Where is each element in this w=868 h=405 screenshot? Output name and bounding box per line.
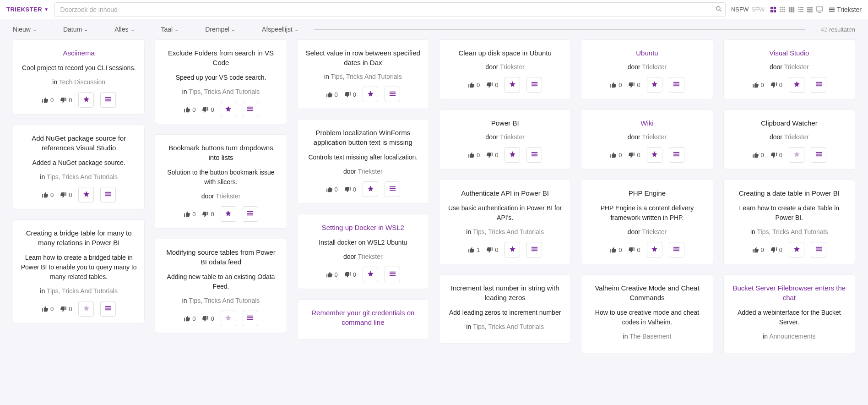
card-meta-link[interactable]: Triekster [784, 63, 809, 71]
card-title[interactable]: Select value in row between specified da… [305, 48, 421, 67]
card-meta-link[interactable]: The Basement [629, 333, 671, 340]
view-columns-icon[interactable] [788, 6, 795, 13]
upvote[interactable]: 0 [326, 186, 338, 193]
view-monitor-icon[interactable] [816, 6, 823, 13]
filter-alles[interactable]: Alles ⌄ [114, 26, 134, 33]
card-title[interactable]: Remember your git credentials on command… [305, 308, 421, 327]
search-input[interactable] [54, 2, 726, 17]
card-title[interactable]: Modifying source tables from Power BI od… [163, 247, 279, 267]
downvote[interactable]: 0 [486, 82, 498, 88]
favorite-button[interactable] [78, 187, 94, 202]
card-meta-link[interactable]: Tips, Tricks And Tutorials [757, 228, 828, 235]
card-meta-link[interactable]: Triekster [500, 133, 525, 141]
favorite-button[interactable] [647, 147, 662, 163]
card-meta-link[interactable]: Tips, Tricks And Tutorials [473, 323, 544, 330]
downvote[interactable]: 0 [628, 82, 640, 88]
favorite-button[interactable] [363, 181, 378, 197]
menu-button[interactable] [811, 77, 826, 93]
upvote[interactable]: 0 [610, 152, 622, 159]
card-title[interactable]: Problem localization WinForms applicatio… [305, 128, 421, 147]
card-title[interactable]: Exclude Folders from search in VS Code [163, 48, 279, 67]
user-menu[interactable]: Triekster [829, 6, 862, 13]
upvote[interactable]: 0 [184, 315, 195, 322]
menu-button[interactable] [243, 206, 258, 222]
card-meta-link[interactable]: Triekster [642, 228, 667, 235]
favorite-button[interactable] [647, 77, 662, 93]
menu-button[interactable] [100, 301, 116, 317]
card-title[interactable]: Creating a date table in Power BI [731, 188, 847, 198]
favorite-button[interactable] [363, 267, 378, 282]
favorite-button[interactable] [78, 92, 94, 108]
card-title[interactable]: Authenticate API in Power BI [447, 188, 563, 198]
filter-nieuw[interactable]: Nieuw ⌄ [13, 26, 37, 33]
downvote[interactable]: 0 [344, 271, 356, 278]
upvote[interactable]: 0 [610, 246, 622, 253]
downvote[interactable]: 0 [486, 152, 498, 159]
filter-datum[interactable]: Datum ⌄ [63, 26, 88, 33]
card-title[interactable]: Valheim Creative Mode and Cheat Commands [589, 283, 705, 302]
card-meta-link[interactable]: Triekster [358, 253, 383, 260]
upvote[interactable]: 0 [610, 82, 622, 88]
card-title[interactable]: Clipboard Watcher [731, 118, 847, 128]
downvote[interactable]: 0 [770, 152, 782, 159]
brand-dropdown[interactable]: TRIEKSTER ▼ [6, 6, 49, 13]
card-title[interactable]: Increment last number in string with lea… [447, 283, 563, 302]
card-meta-link[interactable]: Tech Discussion [59, 78, 105, 86]
favorite-button[interactable] [505, 242, 520, 257]
view-list-icon[interactable] [797, 6, 804, 13]
card-title[interactable]: Power BI [447, 118, 563, 128]
favorite-button[interactable] [505, 147, 520, 163]
menu-button[interactable] [669, 147, 684, 163]
favorite-button[interactable] [789, 147, 804, 163]
upvote[interactable]: 0 [752, 82, 764, 88]
card-title[interactable]: Bucket Server Filebrowser enters the cha… [731, 283, 847, 302]
downvote[interactable]: 0 [60, 192, 72, 198]
card-meta-link[interactable]: Triekster [216, 192, 240, 200]
downvote[interactable]: 0 [628, 246, 640, 253]
upvote[interactable]: 0 [184, 211, 195, 218]
favorite-button[interactable] [221, 102, 236, 117]
downvote[interactable]: 0 [344, 186, 356, 193]
view-grid-large-icon[interactable] [770, 6, 776, 13]
card-meta-link[interactable]: Tips, Tricks And Tutorials [189, 88, 260, 95]
card-meta-link[interactable]: Triekster [500, 63, 525, 71]
upvote[interactable]: 0 [752, 246, 764, 253]
downvote[interactable]: 0 [60, 97, 72, 104]
downvote[interactable]: 0 [202, 106, 214, 113]
upvote[interactable]: 0 [468, 82, 480, 88]
downvote[interactable]: 0 [486, 246, 498, 253]
favorite-button[interactable] [789, 77, 804, 93]
card-meta-link[interactable]: Tips, Tricks And Tutorials [189, 297, 260, 304]
downvote[interactable]: 0 [344, 91, 356, 98]
downvote[interactable]: 0 [202, 211, 214, 218]
filter-taal[interactable]: Taal ⌄ [161, 26, 179, 33]
menu-button[interactable] [243, 102, 258, 117]
card-title[interactable]: Ubuntu [589, 48, 705, 58]
downvote[interactable]: 0 [628, 152, 640, 159]
menu-button[interactable] [811, 147, 826, 163]
card-meta-link[interactable]: Tips, Tricks And Tutorials [331, 73, 402, 80]
favorite-button[interactable] [78, 301, 94, 317]
card-meta-link[interactable]: Triekster [642, 63, 667, 71]
upvote[interactable]: 0 [326, 271, 338, 278]
card-meta-link[interactable]: Tips, Tricks And Tutorials [47, 173, 118, 181]
menu-button[interactable] [385, 87, 400, 102]
filter-drempel[interactable]: Drempel ⌄ [205, 26, 235, 33]
favorite-button[interactable] [647, 242, 662, 257]
favorite-button[interactable] [363, 87, 378, 102]
view-bars-icon[interactable] [807, 6, 813, 13]
upvote[interactable]: 0 [42, 97, 54, 104]
menu-button[interactable] [243, 311, 258, 326]
favorite-button[interactable] [505, 77, 520, 93]
upvote[interactable]: 1 [468, 246, 480, 253]
favorite-button[interactable] [221, 311, 236, 326]
menu-button[interactable] [526, 77, 542, 93]
card-title[interactable]: Add NuGet package source for references … [21, 133, 137, 153]
card-meta-link[interactable]: Tips, Tricks And Tutorials [473, 228, 544, 235]
filter-afspeellijst[interactable]: Afspeellijst ⌄ [262, 26, 298, 33]
upvote[interactable]: 0 [184, 106, 195, 113]
upvote[interactable]: 0 [468, 152, 480, 159]
upvote[interactable]: 0 [752, 152, 764, 159]
card-title[interactable]: Asciinema [21, 48, 137, 58]
card-meta-link[interactable]: Triekster [642, 133, 667, 141]
